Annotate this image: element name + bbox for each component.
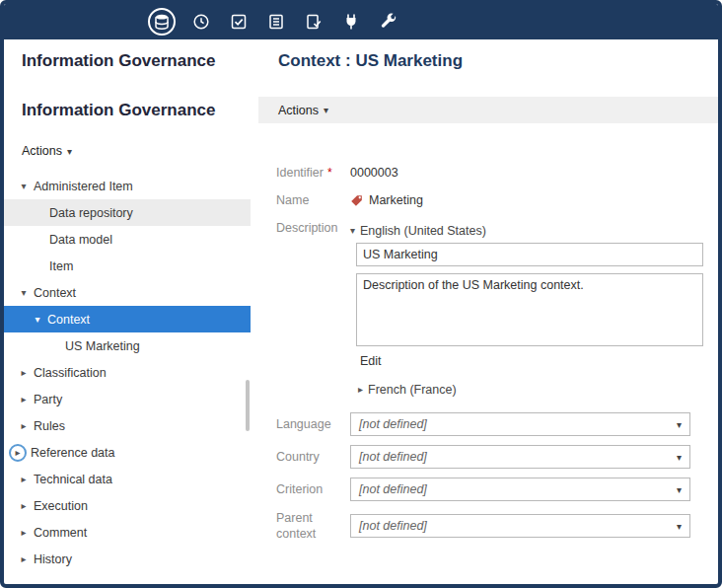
- parent-context-select[interactable]: [not defined]: [350, 514, 690, 538]
- sidebar-scrollbar[interactable]: [245, 39, 251, 584]
- sidebar-item-context[interactable]: Context: [4, 306, 251, 332]
- annotation-circle: [9, 444, 27, 462]
- chevron-right-icon: [358, 384, 363, 395]
- sidebar-item-us-marketing[interactable]: US Marketing: [4, 332, 251, 359]
- sidebar-actions-menu[interactable]: Actions: [22, 144, 72, 158]
- sidebar-item-reference-data[interactable]: Reference data: [4, 439, 251, 466]
- name-value-group: Marketing: [350, 193, 423, 207]
- required-asterisk: *: [327, 165, 332, 181]
- sidebar-item-context-group[interactable]: Context: [4, 279, 251, 306]
- criterion-select[interactable]: [not defined]: [350, 478, 690, 501]
- document-check-icon[interactable]: [302, 10, 325, 34]
- identifier-label: Identifier *: [276, 165, 350, 181]
- sidebar-item-data-model[interactable]: Data model: [4, 226, 251, 253]
- locale-french-toggle[interactable]: French (France): [358, 383, 457, 397]
- task-check-icon[interactable]: [227, 10, 251, 34]
- name-value: Marketing: [369, 193, 423, 207]
- catalog-icon[interactable]: [264, 10, 288, 34]
- language-select[interactable]: [not defined]: [350, 412, 690, 436]
- database-icon[interactable]: [148, 8, 176, 36]
- main-content: Context : US Marketing Actions Identifie…: [258, 39, 718, 584]
- chevron-right-icon[interactable]: [18, 394, 30, 404]
- record-form: Identifier * 0000003 Name: [258, 165, 718, 542]
- chevron-right-icon[interactable]: [18, 500, 30, 511]
- locale-english-toggle[interactable]: English (United States): [350, 224, 486, 238]
- sidebar-item-administered-item[interactable]: Administered Item: [4, 173, 251, 199]
- sidebar-item-item[interactable]: Item: [4, 253, 251, 279]
- chevron-right-icon[interactable]: [18, 367, 30, 378]
- sidebar: Information Governance Information Gover…: [4, 39, 251, 584]
- description-label: Description: [276, 220, 350, 236]
- chevron-right-icon[interactable]: [18, 553, 30, 564]
- name-label: Name: [276, 192, 350, 208]
- sidebar-item-technical-data[interactable]: Technical data: [4, 466, 251, 492]
- chevron-down-icon: [677, 484, 682, 495]
- chevron-down-icon: [67, 146, 72, 157]
- chevron-down-icon[interactable]: [18, 287, 30, 298]
- description-body: English (United States) Description of t…: [350, 220, 718, 397]
- chevron-right-icon[interactable]: [12, 447, 24, 458]
- language-label: Language: [276, 416, 350, 432]
- chevron-down-icon: [677, 452, 682, 463]
- country-label: Country: [276, 449, 350, 465]
- parent-context-label: Parent context: [276, 510, 350, 542]
- description-text-area[interactable]: Description of the US Marketing context.: [356, 273, 703, 346]
- sidebar-item-classification[interactable]: Classification: [4, 359, 251, 386]
- tag-icon: [350, 194, 363, 207]
- chevron-down-icon: [324, 105, 328, 115]
- sidebar-item-party[interactable]: Party: [4, 386, 251, 412]
- content-actions-menu[interactable]: Actions: [278, 104, 328, 117]
- sidebar-item-data-repository[interactable]: Data repository: [4, 199, 251, 226]
- sidebar-actions-label: Actions: [22, 144, 62, 158]
- chevron-down-icon: [677, 419, 682, 430]
- sidebar-item-execution[interactable]: Execution: [4, 492, 251, 519]
- parent-context-row: Parent context [not defined]: [276, 510, 718, 542]
- sidebar-tree: Administered Item Data repository Data m…: [4, 173, 251, 572]
- chevron-down-icon[interactable]: [18, 181, 30, 191]
- app-window: Information Governance Information Gover…: [0, 0, 722, 588]
- sidebar-item-history[interactable]: History: [4, 546, 251, 572]
- sidebar-item-rules[interactable]: Rules: [4, 412, 251, 439]
- locale-english-label: English (United States): [360, 224, 486, 238]
- identifier-row: Identifier * 0000003: [276, 165, 718, 181]
- language-row: Language [not defined]: [276, 412, 718, 436]
- edit-link[interactable]: Edit: [360, 354, 382, 368]
- chevron-right-icon[interactable]: [18, 527, 30, 538]
- plug-icon[interactable]: [339, 10, 363, 34]
- criterion-row: Criterion [not defined]: [276, 478, 718, 501]
- wrench-icon[interactable]: [377, 10, 400, 34]
- country-row: Country [not defined]: [276, 445, 718, 469]
- content-actions-bar: Actions: [258, 97, 718, 123]
- chevron-right-icon[interactable]: [18, 420, 30, 431]
- country-select[interactable]: [not defined]: [350, 445, 690, 469]
- page-title: Information Governance: [22, 51, 251, 71]
- sidebar-item-comment[interactable]: Comment: [4, 519, 251, 546]
- identifier-value: 0000003: [350, 166, 398, 180]
- locale-french-label: French (France): [368, 383, 457, 397]
- criterion-label: Criterion: [276, 481, 350, 497]
- chevron-down-icon: [677, 521, 682, 532]
- chevron-right-icon[interactable]: [18, 474, 30, 484]
- clock-icon[interactable]: [189, 10, 213, 34]
- content-actions-label: Actions: [278, 104, 319, 117]
- content-title: Context : US Marketing: [278, 51, 718, 71]
- description-title-input[interactable]: [356, 243, 703, 266]
- chevron-down-icon[interactable]: [32, 314, 43, 325]
- scrollbar-thumb[interactable]: [246, 380, 250, 431]
- chevron-down-icon: [350, 225, 355, 236]
- workspace-title: Information Governance: [22, 101, 251, 120]
- name-row: Name Marketing: [276, 192, 718, 208]
- topbar: [4, 4, 718, 39]
- description-row: Description English (United States) Desc…: [276, 220, 718, 397]
